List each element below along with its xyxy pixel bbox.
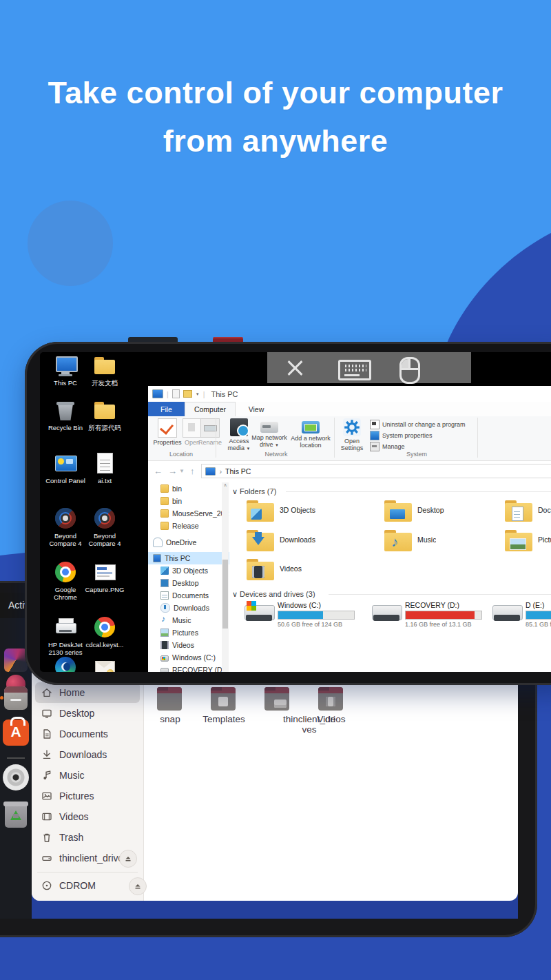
rename-icon: [200, 418, 220, 438]
nav-item-downloads[interactable]: Downloads: [148, 602, 229, 614]
sidebar-divider: [37, 872, 138, 872]
chevron-down-icon[interactable]: ▼: [196, 392, 200, 396]
desktop-icon-hp-deskjet[interactable]: HP DeskJet 2130 series: [44, 615, 87, 656]
tile-downloads[interactable]: Downloads: [247, 530, 371, 552]
tile-music[interactable]: ♪Music: [384, 530, 508, 552]
nav-item-this-pc[interactable]: This PC: [148, 552, 229, 564]
new-folder-quick-icon[interactable]: [183, 390, 192, 398]
gear-icon: [343, 418, 361, 436]
folder-label: Videos: [305, 714, 357, 724]
desktop-icon-label: 开发文档: [83, 379, 126, 387]
nav-item-mouseserve[interactable]: MouseServe_202: [148, 507, 229, 520]
section-header-folders[interactable]: ∨ Folders (7): [232, 487, 276, 496]
trash-icon[interactable]: [5, 802, 27, 828]
open-settings-button[interactable]: Open Settings: [337, 418, 367, 451]
tile-documents[interactable]: Documents: [505, 500, 551, 522]
folder-icon: [93, 398, 116, 422]
group-label-system: System: [375, 451, 458, 458]
desktop-icon-capture-png[interactable]: Capture.PNG: [83, 560, 126, 593]
eject-button[interactable]: [119, 850, 137, 868]
sidebar-item-trash[interactable]: Trash: [32, 827, 143, 848]
sidebar-item-documents[interactable]: Documents: [32, 724, 143, 744]
chrome-icon: [93, 615, 116, 639]
drive-d-e[interactable]: D (E:) 85.1 GB f: [492, 601, 551, 628]
manage-button[interactable]: Manage: [370, 442, 405, 451]
mouse-icon[interactable]: [395, 356, 422, 380]
nav-item-windows-c[interactable]: Windows (C:): [148, 651, 229, 664]
film-emblem: [326, 697, 335, 706]
scroll-thumb[interactable]: [222, 560, 228, 629]
explorer-titlebar[interactable]: | ▼ | This PC: [148, 386, 551, 402]
tile-videos[interactable]: Videos: [247, 559, 371, 581]
back-icon[interactable]: ←: [154, 466, 163, 476]
wallpaper-art-icon[interactable]: [4, 649, 28, 672]
folder-templates[interactable]: [211, 687, 236, 711]
monitor-icon: [54, 354, 77, 377]
capacity-bar: [526, 611, 551, 620]
nav-item-release[interactable]: Release: [148, 520, 229, 532]
drive-emblem: [274, 700, 287, 708]
sidebar-item-desktop[interactable]: Desktop: [32, 703, 143, 724]
nav-item-pictures[interactable]: Pictures: [148, 626, 229, 639]
address-input[interactable]: › This PC: [201, 464, 551, 478]
history-chevron-icon[interactable]: ▼: [179, 468, 185, 474]
forward-icon[interactable]: →: [168, 466, 177, 476]
add-network-location-button[interactable]: Add a network location: [289, 418, 332, 449]
nav-item-documents[interactable]: Documents: [148, 589, 229, 602]
system-properties-button[interactable]: System properties: [370, 431, 433, 440]
tile-desktop[interactable]: Desktop: [384, 500, 508, 522]
desktop-icon-dev-docs[interactable]: 开发文档: [83, 354, 126, 387]
sidebar-label: Pictures: [59, 790, 94, 802]
sidebar-item-cdrom[interactable]: CDROM: [32, 875, 153, 896]
sidebar-item-videos[interactable]: Videos: [32, 806, 143, 827]
sidebar-item-home[interactable]: Home: [35, 682, 140, 703]
properties-quick-icon[interactable]: [172, 389, 180, 398]
tab-view[interactable]: View: [240, 402, 273, 416]
desktop-icon-ai-txt[interactable]: ai.txt: [83, 451, 126, 484]
uninstall-program-button[interactable]: Uninstall or change a program: [370, 420, 466, 429]
sidebar-item-thinclient-drives[interactable]: thinclient_drives: [32, 848, 143, 868]
nav-scrollbar[interactable]: ∧: [222, 482, 229, 672]
nav-item-videos[interactable]: Videos: [148, 639, 229, 651]
folder-snap[interactable]: [157, 687, 182, 711]
desktop-icon-edge-dev[interactable]: DEV: [44, 657, 87, 672]
sidebar-item-music[interactable]: Music: [32, 765, 143, 786]
sidebar-item-downloads[interactable]: Downloads: [32, 744, 143, 765]
desktop-icon-all-source[interactable]: 所有源代码: [83, 398, 126, 431]
section-header-drives[interactable]: ∨ Devices and drives (3): [232, 590, 315, 599]
drive-windows-c[interactable]: Windows (C:) 50.6 GB free of 124 GB: [245, 601, 367, 628]
desktop-icon-this-pc[interactable]: This PC: [44, 354, 87, 387]
tile-pictures[interactable]: Pictures: [505, 530, 551, 552]
nav-item-bin[interactable]: bin: [148, 482, 229, 495]
keyboard-icon[interactable]: [338, 356, 366, 380]
nav-item-recovery-d[interactable]: RECOVERY (D:): [148, 664, 229, 672]
desktop-icon-beyond-compare[interactable]: Beyond Compare 4: [44, 507, 87, 547]
nav-item-onedrive[interactable]: OneDrive: [148, 536, 229, 549]
desktop-icon-certificate[interactable]: [83, 657, 126, 672]
printer-icon: [54, 615, 77, 639]
close-icon[interactable]: [282, 356, 309, 380]
eject-button[interactable]: [129, 877, 147, 895]
desktop-icon-beyond-compare[interactable]: Beyond Compare 4: [83, 507, 126, 547]
tab-file[interactable]: File: [148, 402, 185, 416]
desktop-icon-recycle-bin[interactable]: Recycle Bin: [44, 398, 87, 431]
folder-label: snap: [144, 714, 196, 724]
desktop-icon-control-panel[interactable]: Control Panel: [44, 451, 87, 484]
nav-item-desktop[interactable]: Desktop: [148, 577, 229, 589]
drive-recovery-d[interactable]: RECOVERY (D:) 1.16 GB free of 13.1 GB: [372, 601, 495, 628]
nav-item-3d-objects[interactable]: 3D Objects: [148, 564, 229, 577]
desktop-icon-chrome[interactable]: Google Chrome: [44, 560, 87, 601]
ubuntu-software-icon[interactable]: [3, 719, 29, 746]
tab-computer[interactable]: Computer: [185, 402, 236, 416]
disc-icon[interactable]: [3, 764, 29, 790]
nav-item-bin[interactable]: bin: [148, 495, 229, 507]
folder-thinclient-drives[interactable]: [264, 687, 289, 711]
tile-3d-objects[interactable]: 3D Objects: [247, 500, 371, 522]
map-network-drive-button[interactable]: Map network drive ▼: [248, 418, 291, 449]
nav-item-music[interactable]: Music: [148, 614, 229, 626]
sidebar-item-pictures[interactable]: Pictures: [32, 786, 143, 806]
folder-videos[interactable]: [318, 687, 343, 711]
files-icon[interactable]: [4, 686, 28, 710]
desktop-icon-cdcal-keyst[interactable]: cdcal.keyst...: [83, 615, 126, 649]
up-icon[interactable]: ↑: [190, 466, 195, 476]
